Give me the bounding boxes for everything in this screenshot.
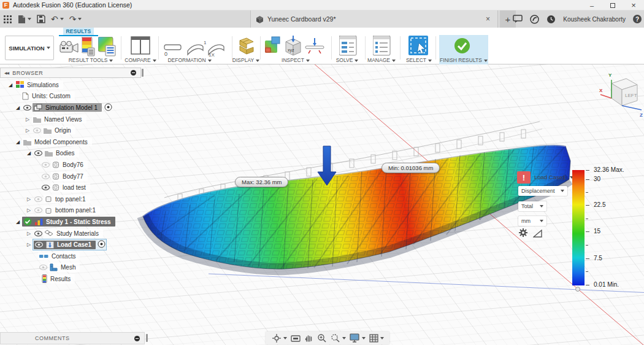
tree-item-model-components[interactable]: ◢ Model Components bbox=[0, 136, 141, 148]
tree-item-units[interactable]: Units: Custom bbox=[0, 91, 141, 103]
tree-item-load-test[interactable]: load test bbox=[0, 182, 141, 193]
compare-icon[interactable] bbox=[131, 36, 150, 56]
load-case-dropdown[interactable]: Load Case1 bbox=[534, 174, 573, 180]
browser-header[interactable]: ◀◀ BROWSER bbox=[0, 68, 141, 78]
document-tab[interactable]: Yuneec Cardboard v29* × bbox=[250, 10, 498, 28]
help-button[interactable]: ? bbox=[633, 15, 642, 23]
tree-item-simulations[interactable]: ◢ Simulations bbox=[0, 79, 141, 91]
browser-resize-handle[interactable] bbox=[142, 69, 144, 77]
look-at-icon[interactable] bbox=[291, 334, 301, 343]
visibility-off-eye-icon[interactable] bbox=[38, 265, 48, 270]
fit-icon[interactable] bbox=[331, 333, 346, 343]
collapsed-caret-icon[interactable]: ▷ bbox=[25, 231, 33, 236]
result-type-dropdown[interactable]: Displacement bbox=[518, 186, 567, 196]
group-compare[interactable]: COMPARE bbox=[116, 57, 165, 63]
activate-target-icon[interactable] bbox=[98, 240, 105, 249]
workspace-selector-button[interactable]: SIMULATION bbox=[5, 36, 54, 60]
deformation-icons[interactable]: 011X bbox=[163, 37, 227, 57]
job-status-icon[interactable] bbox=[530, 15, 539, 24]
grid-layout-icon[interactable] bbox=[369, 334, 384, 343]
manage-icon[interactable] bbox=[373, 36, 391, 56]
finish-check-icon[interactable] bbox=[454, 38, 470, 53]
save-button[interactable] bbox=[37, 15, 45, 23]
redo-button[interactable]: ↷ bbox=[69, 15, 82, 23]
tree-item-origin[interactable]: ▷ Origin bbox=[0, 125, 141, 136]
comments-resize-handle[interactable] bbox=[146, 334, 148, 342]
collapsed-caret-icon[interactable]: ▷ bbox=[25, 242, 33, 247]
result-details-icon[interactable] bbox=[82, 37, 95, 57]
collapsed-caret-icon[interactable]: ▷ bbox=[23, 128, 32, 133]
tree-item-named-views[interactable]: ▷ Named Views bbox=[0, 114, 141, 125]
tree-item-contacts[interactable]: Contacts bbox=[0, 250, 141, 262]
expand-caret-icon[interactable]: ◢ bbox=[6, 82, 15, 88]
undo-button[interactable]: ↶ bbox=[51, 15, 64, 23]
browser-options-icon[interactable] bbox=[131, 70, 136, 76]
tree-item-results[interactable]: Results bbox=[0, 273, 141, 285]
comments-options-icon[interactable] bbox=[134, 336, 140, 341]
legend-settings-gear-icon[interactable] bbox=[518, 228, 528, 240]
tab-results[interactable]: RESULTS bbox=[63, 28, 94, 35]
group-inspect[interactable]: INSPECT bbox=[271, 57, 320, 63]
orbit-icon[interactable] bbox=[272, 333, 287, 343]
zoom-icon[interactable] bbox=[317, 333, 327, 343]
expand-caret-icon[interactable]: ◢ bbox=[13, 219, 22, 225]
display-icon[interactable] bbox=[237, 36, 256, 56]
collapsed-caret-icon[interactable]: ▷ bbox=[23, 117, 32, 122]
tree-item-simulation-model-1[interactable]: ◢ Simulation Model 1 bbox=[0, 102, 141, 114]
visibility-off-eye-icon[interactable] bbox=[33, 196, 44, 202]
collapsed-caret-icon[interactable]: ▷ bbox=[25, 207, 33, 213]
visibility-off-eye-icon[interactable] bbox=[32, 128, 42, 133]
app-grid-icon[interactable] bbox=[4, 15, 12, 23]
display-settings-icon[interactable] bbox=[350, 333, 366, 343]
user-name[interactable]: Kousheek Chakraborty bbox=[563, 16, 626, 23]
inspect-icons[interactable]: xyz bbox=[265, 36, 325, 58]
tree-item-load-case1[interactable]: ▷ Load Case1 bbox=[0, 239, 141, 250]
legend-scale-icon[interactable] bbox=[533, 229, 542, 240]
visibility-eye-icon[interactable] bbox=[40, 185, 51, 190]
simulation-model[interactable] bbox=[143, 145, 570, 269]
dropdown-caret-icon bbox=[561, 190, 564, 192]
tree-item-body76[interactable]: Body76 bbox=[0, 159, 141, 171]
maximize-button[interactable] bbox=[602, 0, 623, 10]
visibility-eye-icon[interactable] bbox=[35, 242, 43, 247]
activate-target-icon[interactable] bbox=[104, 103, 112, 112]
document-close-button[interactable]: × bbox=[483, 15, 493, 23]
tree-item-bodies[interactable]: ◢ Bodies bbox=[0, 148, 141, 160]
animate-results-icon[interactable] bbox=[59, 39, 80, 57]
solve-icon[interactable] bbox=[339, 36, 358, 56]
tree-item-body77[interactable]: Body77 bbox=[0, 171, 141, 182]
expand-caret-icon[interactable]: ◢ bbox=[13, 139, 22, 145]
visibility-eye-icon[interactable] bbox=[33, 231, 44, 236]
minimize-button[interactable]: – bbox=[581, 0, 602, 10]
expand-caret-icon[interactable]: ◢ bbox=[13, 105, 22, 110]
file-menu-button[interactable] bbox=[17, 15, 31, 24]
visibility-eye-icon[interactable] bbox=[22, 105, 33, 110]
visibility-off-eye-icon[interactable] bbox=[40, 162, 51, 168]
group-display[interactable]: DISPLAY bbox=[221, 57, 270, 63]
pan-icon[interactable] bbox=[304, 333, 313, 343]
group-select[interactable]: SELECT bbox=[394, 57, 443, 63]
select-icon[interactable] bbox=[408, 36, 429, 56]
result-legend-icon[interactable] bbox=[98, 37, 117, 57]
history-clock-icon[interactable] bbox=[546, 15, 556, 24]
tree-item-bottom-panel[interactable]: ▷ bottom panel:1 bbox=[0, 205, 141, 217]
unit-dropdown[interactable]: mm bbox=[518, 216, 546, 226]
expand-caret-icon[interactable]: ◢ bbox=[25, 150, 33, 156]
comment-bubble-icon[interactable] bbox=[513, 15, 523, 23]
visibility-off-eye-icon[interactable] bbox=[33, 207, 44, 213]
visibility-eye-icon[interactable] bbox=[33, 150, 44, 156]
tree-item-top-panel[interactable]: ▷ top panel:1 bbox=[0, 193, 141, 205]
viewcube[interactable]: LEFT X Y Z bbox=[598, 69, 644, 118]
group-result-tools[interactable]: RESULT TOOLS bbox=[63, 57, 118, 63]
tree-item-study-1[interactable]: ◢ Study 1 - Static Stress bbox=[0, 216, 141, 228]
close-button[interactable]: × bbox=[623, 0, 644, 10]
collapse-browser-icon[interactable]: ◀◀ bbox=[4, 71, 9, 75]
collapsed-caret-icon[interactable]: ▷ bbox=[25, 196, 33, 202]
visibility-off-eye-icon[interactable] bbox=[40, 174, 51, 179]
comments-panel-header[interactable]: COMMENTS bbox=[0, 332, 145, 344]
tree-item-study-materials[interactable]: ▷ Study Materials bbox=[0, 228, 141, 239]
group-finish-results[interactable]: FINISH RESULTS bbox=[437, 57, 491, 63]
tree-item-mesh[interactable]: Mesh bbox=[0, 262, 141, 274]
group-deformation[interactable]: DEFORMATION bbox=[164, 57, 215, 63]
component-dropdown[interactable]: Total bbox=[518, 201, 546, 211]
